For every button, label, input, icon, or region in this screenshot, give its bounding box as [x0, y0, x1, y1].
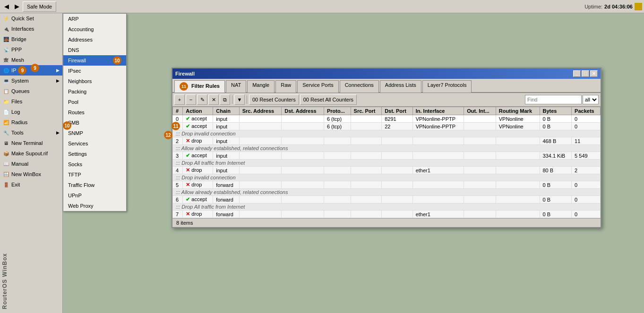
cell-in-iface [412, 152, 464, 160]
col-packets: Packets [572, 107, 601, 115]
comment-row: ::: Allow already established, related c… [173, 189, 601, 196]
cell-src-addr [239, 123, 282, 130]
main-area: Firewall _ □ ✕ 11 Filter Rules NAT Mangl… [63, 13, 644, 313]
uptime-label: Uptime: [584, 4, 602, 9]
cell-src-addr [239, 167, 282, 174]
sidebar-item-label: Interfaces [11, 26, 34, 32]
cell-dst-addr [282, 152, 324, 160]
cell-src-port [351, 137, 382, 145]
cell-packets: 11 [572, 137, 601, 145]
tab-nat[interactable]: NAT [226, 80, 246, 93]
reset-counters-button[interactable]: 00 Reset Counters [249, 94, 299, 105]
tab-connections[interactable]: Connections [340, 80, 379, 93]
tab-service-ports[interactable]: Service Ports [297, 80, 338, 93]
tab-address-lists[interactable]: Address Lists [380, 80, 421, 93]
table-row[interactable]: 3 ✔ accept input 334.1 KiB 5 549 [173, 152, 601, 160]
comment-row: ::: Drop invalid connection [173, 130, 601, 137]
reset-all-counters-button[interactable]: 00 Reset All Counters [300, 94, 357, 105]
tab-bar: 11 Filter Rules NAT Mangle Raw Service P… [172, 79, 601, 93]
cell-dst-port [382, 181, 413, 189]
table-row[interactable]: 4 ✕ drop input ether1 80 B 2 [173, 167, 601, 174]
minimize-button[interactable]: _ [573, 70, 581, 77]
sidebar-item-label: Make Supout.rif [11, 151, 48, 156]
tab-circle-badge-overlay: 11 [172, 122, 180, 130]
firewall-table-container[interactable]: # Action Chain Src. Address Dst. Address… [172, 107, 601, 218]
row-circle-badge-overlay: 12 [164, 131, 172, 139]
tab-filter-rules[interactable]: 11 Filter Rules [174, 80, 225, 93]
find-input[interactable] [525, 95, 582, 104]
col-action: Action [183, 107, 213, 115]
submenu-item-arp[interactable]: ARP [63, 14, 126, 24]
submenu-item-dns[interactable]: DNS [63, 45, 126, 55]
accept-icon: ✔ [186, 152, 190, 158]
submenu-item-routes[interactable]: Routes [63, 107, 126, 118]
accept-icon: ✔ [186, 116, 190, 121]
submenu-item-services[interactable]: Services [63, 138, 126, 149]
back-icon[interactable]: ◀ [2, 2, 11, 11]
remove-button[interactable]: − [186, 94, 196, 105]
cell-src-addr [239, 181, 282, 189]
cell-proto: 6 (tcp) [324, 123, 351, 130]
cell-src-addr [239, 211, 282, 218]
submenu-item-accounting[interactable]: Accounting [63, 24, 126, 34]
submenu-item-upnp[interactable]: UPnP [63, 190, 126, 201]
table-row[interactable]: 5 ✕ drop forward 0 B 0 [173, 181, 601, 189]
cell-src-addr [239, 152, 282, 160]
submenu-item-addresses[interactable]: Addresses [63, 34, 126, 45]
col-in-interface: In. Interface [412, 107, 464, 115]
edit-button[interactable]: ✎ [197, 94, 207, 105]
submenu-item-traffic-flow[interactable]: Traffic Flow [63, 180, 126, 190]
copy-button[interactable]: ⧉ [220, 94, 230, 105]
cell-src-addr [239, 137, 282, 145]
submenu-item-settings[interactable]: Settings [63, 149, 126, 159]
cell-packets: 0 [572, 211, 601, 218]
cell-dst-addr [282, 137, 324, 145]
cell-src-port [351, 167, 382, 174]
cell-packets: 5 549 [572, 152, 601, 160]
firewall-badge: 10 [113, 56, 121, 65]
submenu-item-pool[interactable]: Pool [63, 97, 126, 107]
sidebar-item-label: Manual [11, 161, 28, 167]
forward-icon[interactable]: ▶ [12, 2, 22, 11]
tab-raw[interactable]: Raw [275, 80, 296, 93]
table-row[interactable]: 1 ✔ accept input 6 (tcp) 22 VPNonline-PP… [173, 123, 601, 130]
cell-bytes: 0 B [540, 196, 572, 203]
table-row[interactable]: 6 ✔ accept forward 0 B 0 [173, 196, 601, 203]
submenu-item-smb[interactable]: SMB [63, 118, 126, 128]
add-button[interactable]: + [174, 94, 185, 105]
maximize-button[interactable]: □ [582, 70, 589, 77]
submenu-item-neighbors[interactable]: Neighbors [63, 76, 126, 86]
cell-src-port [351, 152, 382, 160]
delete-button[interactable]: ✕ [208, 94, 219, 105]
cell-routing-mark: VPNonline [496, 115, 540, 123]
cell-in-iface: ether1 [412, 211, 464, 218]
sidebar-item-label: Quick Set [11, 16, 34, 21]
find-dropdown[interactable]: all [583, 95, 599, 104]
tab-layer7-protocols[interactable]: Layer7 Protocols [422, 80, 472, 93]
top-bar: ◀ ▶ Safe Mode Uptime: 2d 04:36:06 [0, 0, 644, 13]
sidebar-item-label: Radius [11, 119, 27, 125]
close-button[interactable]: ✕ [590, 70, 598, 77]
submenu-item-tftp[interactable]: TFTP [63, 169, 126, 180]
table-row[interactable]: 2 ✕ drop input 468 B 11 [173, 137, 601, 145]
ip-circle-badge-overlay: 9 [31, 64, 39, 72]
table-row[interactable]: 7 ✕ drop forward ether1 0 B 0 [173, 211, 601, 218]
firewall-status-bar: 8 items [172, 218, 601, 227]
col-out-interface: Out. Int... [464, 107, 496, 115]
submenu-item-packing[interactable]: Packing [63, 86, 126, 97]
submenu-item-firewall[interactable]: Firewall 10 [63, 55, 126, 66]
table-row[interactable]: 0 ✔ accept input 6 (tcp) 8291 VPNonline-… [173, 115, 601, 123]
table-header-row: # Action Chain Src. Address Dst. Address… [173, 107, 601, 115]
submenu-item-web-proxy[interactable]: Web Proxy [63, 201, 126, 211]
submenu-item-socks[interactable]: Socks [63, 159, 126, 169]
filter-button[interactable]: ▼ [234, 94, 245, 105]
submenu-item-snmp[interactable]: SNMP [63, 128, 126, 138]
sidebar-item-label: Queues [11, 88, 30, 94]
cell-bytes: 80 B [540, 167, 572, 174]
tab-mangle[interactable]: Mangle [247, 80, 275, 93]
safe-mode-button[interactable]: Safe Mode [23, 1, 56, 12]
toolbar-separator-2 [247, 95, 247, 104]
cell-bytes: 0 B [540, 115, 572, 123]
cell-dst-addr [282, 181, 324, 189]
submenu-item-ipsec[interactable]: IPsec [63, 66, 126, 76]
